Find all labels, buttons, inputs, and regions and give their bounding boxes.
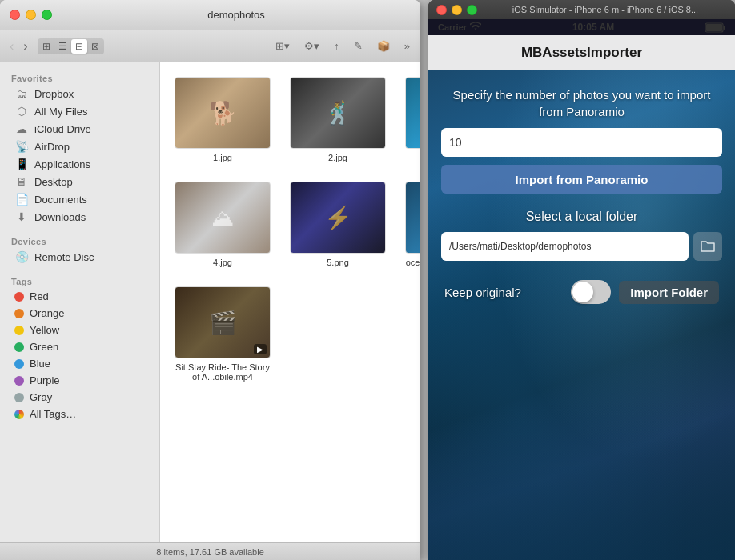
sidebar-tag-gray[interactable]: Gray [3,389,156,406]
sidebar-item-remote-disc[interactable]: 💿 Remote Disc [3,248,156,266]
downloads-icon: ⬇ [14,210,29,223]
file-item-1[interactable]: 🐕 1.jpg [168,70,277,169]
devices-section-title: Devices [0,232,159,248]
view-icon-btn[interactable]: ⊞ [38,39,54,54]
svg-rect-2 [706,24,722,31]
arrange-btn[interactable]: ⊞▾ [271,38,294,54]
documents-icon: 📄 [14,193,29,206]
blue-dot [14,359,24,369]
thumb-inner-5: ⚡ [291,182,385,253]
ios-navbar: MBAssetsImporter [428,35,735,70]
file-item-7[interactable]: 🎬 ▶ Sit Stay Ride- The Story of A...obil… [168,280,277,388]
dropbox-icon: 🗂 [14,87,29,100]
sidebar-item-documents-label: Documents [34,194,87,206]
finder-window: ✕ − + demophotos ‹ › ⊞ ☰ ⊟ ⊠ ⊞▾ ⚙▾ ↑ ✎ 📦… [0,0,420,560]
folder-path-input[interactable] [441,232,689,261]
sim-maximize-button[interactable]: + [467,5,477,15]
applications-icon: 📱 [14,158,29,170]
sidebar-item-downloads[interactable]: ⬇ Downloads [3,208,156,226]
view-list-btn[interactable]: ☰ [54,39,71,54]
file-item-3[interactable]: 🤿 3.jpg [399,70,420,169]
sidebar-item-applications[interactable]: 📱 Applications [3,155,156,173]
gray-dot [14,393,24,402]
dropbox-btn[interactable]: 📦 [373,38,394,54]
sidebar-tag-yellow[interactable]: Yellow [3,322,156,338]
local-folder-label: Select a local folder [441,210,722,224]
maximize-button[interactable]: + [42,10,52,20]
file-thumb-7: 🎬 ▶ [175,286,271,358]
sidebar-tag-red[interactable]: Red [3,288,156,305]
airdrop-icon: 📡 [14,140,29,153]
sidebar-tag-red-label: Red [30,290,49,302]
sidebar-item-remote-disc-label: Remote Disc [34,251,94,263]
file-thumb-2: 🕺 [290,77,386,149]
sidebar-tag-yellow-label: Yellow [30,324,59,336]
sidebar-item-all-files-label: All My Files [34,106,87,118]
view-column-btn[interactable]: ⊟ [71,39,87,54]
back-button[interactable]: ‹ [6,38,17,55]
sidebar-item-airdrop[interactable]: 📡 AirDrop [3,138,156,155]
keep-original-toggle[interactable] [571,280,611,304]
sim-titlebar: ✕ − + iOS Simulator - iPhone 6 m - iPhon… [428,0,735,19]
thumb-inner-6: 🌊 [406,182,420,253]
keep-original-row: Keep original? Import Folder [441,274,722,310]
sidebar-tag-purple[interactable]: Purple [3,372,156,389]
panoramio-label: Specify the number of photos you want to… [441,86,722,120]
folder-browse-button[interactable] [693,232,722,261]
sidebar-item-all-my-files[interactable]: ⬡ All My Files [3,102,156,120]
ios-form: Specify the number of photos you want to… [428,70,735,318]
nav-buttons: ‹ › [6,38,31,55]
action-btn[interactable]: ⚙▾ [300,38,323,54]
disc-icon: 💿 [14,250,29,263]
edit-btn[interactable]: ✎ [350,38,367,54]
import-folder-button[interactable]: Import Folder [619,281,719,304]
file-thumb-5: ⚡ [290,182,386,254]
sidebar-tag-purple-label: Purple [30,374,60,386]
sidebar-tag-orange[interactable]: Orange [3,305,156,322]
all-files-icon: ⬡ [14,105,29,118]
forward-button[interactable]: › [20,38,30,55]
file-item-6[interactable]: 🌊 ▶ ocean c4d.mov-HD.mp4 [399,175,420,274]
file-item-2[interactable]: 🕺 2.jpg [283,70,392,169]
minimize-button[interactable]: − [26,10,36,20]
file-name-1: 1.jpg [213,153,232,162]
finder-toolbar: ‹ › ⊞ ☰ ⊟ ⊠ ⊞▾ ⚙▾ ↑ ✎ 📦 » [0,30,420,62]
more-btn[interactable]: » [400,38,414,54]
play-icon-7: ▶ [254,344,267,354]
file-item-4[interactable]: ⛰ 4.jpg [168,175,277,274]
yellow-dot [14,326,24,335]
red-dot [14,292,24,302]
sidebar-item-desktop[interactable]: 🖥 Desktop [3,173,156,190]
sim-window-buttons: ✕ − + [436,5,477,15]
sidebar-tag-blue[interactable]: Blue [3,355,156,372]
file-item-5[interactable]: ⚡ 5.png [283,175,392,274]
file-thumb-1: 🐕 [175,77,271,149]
import-panoramio-button[interactable]: Import from Panoramio [441,165,722,194]
file-name-2: 2.jpg [328,153,347,162]
share-btn[interactable]: ↑ [330,38,343,54]
panoramio-count-input[interactable] [441,128,722,157]
file-name-5: 5.png [327,258,349,267]
sidebar-item-desktop-label: Desktop [34,176,73,188]
sidebar-tag-all[interactable]: All Tags… [3,406,156,422]
sim-minimize-button[interactable]: − [452,5,462,15]
sidebar-tag-all-label: All Tags… [30,408,76,420]
folder-path-row [441,232,722,261]
file-name-4: 4.jpg [213,258,232,267]
view-cover-btn[interactable]: ⊠ [87,39,103,54]
ios-nav-title: MBAssetsImporter [521,45,642,61]
sidebar-item-documents[interactable]: 📄 Documents [3,190,156,208]
thumb-inner-2: 🕺 [291,78,385,148]
icloud-icon: ☁ [14,122,29,135]
finder-window-title: demophotos [62,9,411,21]
sidebar-item-airdrop-label: AirDrop [34,141,70,153]
finder-titlebar: ✕ − + demophotos [0,0,420,30]
sim-close-button[interactable]: ✕ [436,5,447,15]
sidebar-item-dropbox-label: Dropbox [34,88,74,100]
sidebar-item-dropbox[interactable]: 🗂 Dropbox [3,85,156,102]
battery-indicator [705,22,725,33]
sidebar-tag-green[interactable]: Green [3,338,156,355]
sidebar-item-icloud-label: iCloud Drive [34,123,91,135]
sidebar-item-icloud[interactable]: ☁ iCloud Drive [3,120,156,138]
close-button[interactable]: ✕ [10,10,20,20]
